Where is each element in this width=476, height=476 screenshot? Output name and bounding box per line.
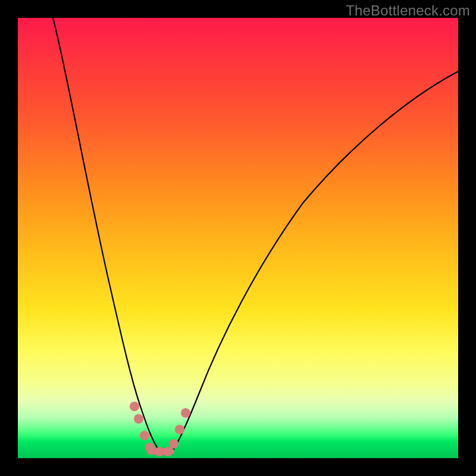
marker-dot xyxy=(163,447,173,456)
plot-area xyxy=(18,18,458,458)
marker-dot xyxy=(181,408,190,418)
marker-dot xyxy=(155,447,164,456)
marker-dot xyxy=(130,402,139,411)
marker-dot xyxy=(140,431,149,440)
curve-svg xyxy=(18,18,458,458)
bottleneck-curve xyxy=(53,18,458,451)
chart-stage: TheBottleneck.com xyxy=(0,0,476,476)
watermark-text: TheBottleneck.com xyxy=(346,2,470,19)
marker-dot xyxy=(145,443,155,452)
marker-dot xyxy=(169,439,178,449)
marker-dot xyxy=(175,425,184,434)
marker-dot xyxy=(134,414,143,424)
